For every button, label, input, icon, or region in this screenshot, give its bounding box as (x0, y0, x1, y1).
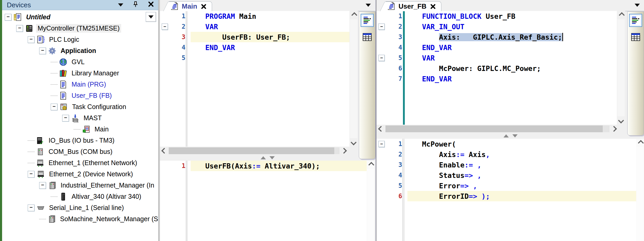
close-icon[interactable] (148, 1, 154, 9)
project-combo-button[interactable] (146, 12, 156, 22)
collapse-minus-icon[interactable]: − (39, 182, 46, 189)
panel-dropdown-icon[interactable] (118, 3, 123, 7)
main-editor-splitter[interactable] (160, 155, 376, 161)
scrollbar-track[interactable] (367, 169, 374, 241)
scroll-right-icon[interactable] (610, 127, 618, 131)
code-line[interactable]: 1PROGRAM Main (160, 11, 349, 21)
code-text[interactable]: Error=> , (407, 180, 636, 191)
fold-minus-icon[interactable]: − (378, 23, 385, 30)
text-view-button[interactable] (629, 14, 642, 27)
code-text[interactable]: McPower( (407, 139, 636, 149)
code-line[interactable]: 6 ErrorID=> ); (377, 191, 636, 201)
tabular-view-button[interactable] (629, 31, 642, 44)
scrollbar-track[interactable] (617, 19, 625, 116)
scroll-up-icon[interactable] (636, 139, 644, 147)
scroll-left-icon[interactable] (377, 127, 385, 131)
code-line[interactable]: −1McPower( (377, 139, 636, 149)
scroll-up-icon[interactable] (349, 11, 358, 19)
tree-item-industrial-ethernet-manager-in[interactable]: −Industrial_Ethernet_Manager (In (2, 180, 158, 191)
tree-item-ethernet-2-device-network[interactable]: −Ethernet_2 (Device Network) (2, 168, 158, 180)
scroll-right-icon[interactable] (339, 149, 348, 153)
code-line[interactable]: 3 UserFB: User_FB; (160, 32, 349, 42)
scrollbar-thumb[interactable] (169, 147, 334, 154)
collapse-minus-icon[interactable]: − (5, 14, 11, 21)
splitter-down-icon[interactable] (512, 134, 518, 137)
tree-item-ethernet-1-ethernet-network[interactable]: Ethernet_1 (Ethernet Network) (2, 157, 158, 168)
code-line[interactable]: 6 McPower: GIPLC.MC_Power; (377, 63, 617, 74)
code-text[interactable]: Enable:= , (407, 160, 636, 170)
tree-item-mycontroller-tm251mese[interactable]: −MyController (TM251MESE) (2, 23, 158, 34)
tab-list-dropdown-icon[interactable] (366, 4, 371, 7)
code-text[interactable]: VAR (191, 21, 349, 32)
collapse-minus-icon[interactable]: − (51, 104, 57, 110)
code-text[interactable]: VAR (407, 53, 617, 63)
tree-item-somachine-network-manager-s[interactable]: SoMachine_Network_Manager (S (2, 213, 158, 225)
code-line[interactable]: −2VAR_IN_OUT (377, 21, 617, 32)
collapse-minus-icon[interactable]: − (62, 115, 69, 122)
code-line[interactable]: 3 Axis: GIPLC.Axis_Ref_Basic; (377, 32, 617, 42)
tab-user-fb[interactable]: User_FB (386, 1, 441, 11)
collapse-minus-icon[interactable]: − (28, 36, 34, 43)
code-text[interactable]: UserFB(Axis:= Altivar_340); (191, 161, 367, 171)
splitter-up-icon[interactable] (261, 156, 266, 159)
code-text[interactable]: Status=> , (407, 170, 636, 180)
tree-item-main-prg[interactable]: Main (PRG) (2, 79, 158, 90)
collapse-minus-icon[interactable]: − (28, 171, 34, 178)
tree-item-untitled[interactable]: −Untitled (2, 11, 158, 23)
ufb-body-vscrollbar[interactable] (636, 139, 644, 241)
code-text[interactable]: McPower: GIPLC.MC_Power; (407, 63, 617, 74)
code-line[interactable]: 3 Enable:= , (377, 160, 636, 170)
scroll-up-icon[interactable] (617, 11, 625, 19)
code-text[interactable]: PROGRAM Main (191, 11, 349, 21)
scroll-down-icon[interactable] (349, 138, 358, 147)
code-text[interactable] (191, 53, 349, 63)
scroll-up-icon[interactable] (367, 161, 374, 169)
scrollbar-track[interactable] (350, 19, 357, 138)
tab-list-dropdown-icon[interactable] (635, 4, 640, 7)
main-declaration-vscrollbar[interactable] (349, 11, 358, 147)
collapse-minus-icon[interactable]: − (39, 47, 46, 54)
pin-icon[interactable] (132, 1, 139, 9)
fold-minus-icon[interactable]: − (378, 141, 385, 147)
scroll-left-icon[interactable] (160, 149, 169, 153)
code-line[interactable]: 2 Axis:= Axis, (377, 149, 636, 160)
main-body-editor[interactable]: 1UserFB(Axis:= Altivar_340); (160, 161, 367, 241)
tree-item-mast[interactable]: −MAST (2, 112, 158, 124)
close-tab-icon[interactable] (430, 4, 436, 9)
main-body-vscrollbar[interactable] (367, 161, 374, 241)
code-text[interactable]: Axis:= Axis, (407, 149, 636, 160)
code-text[interactable]: END_VAR (407, 74, 617, 84)
fold-minus-icon[interactable]: − (378, 55, 385, 61)
main-declaration-editor[interactable]: 1PROGRAM Main−2VAR3 UserFB: User_FB;4END… (160, 11, 349, 147)
code-text[interactable]: END_VAR (407, 42, 617, 53)
ufb-editor-splitter[interactable] (377, 133, 644, 139)
code-text[interactable]: END_VAR (191, 42, 349, 53)
code-line[interactable]: 7END_VAR (377, 74, 617, 84)
code-line[interactable]: −5VAR (377, 53, 617, 63)
tabular-view-button[interactable] (361, 31, 374, 44)
code-text[interactable]: UserFB: User_FB; (191, 32, 349, 42)
main-hscrollbar[interactable] (160, 147, 348, 155)
tree-item-plc-logic[interactable]: −PLC Logic (2, 34, 158, 45)
splitter-down-icon[interactable] (270, 156, 275, 159)
code-line[interactable]: 4END_VAR (160, 42, 349, 53)
tree-item-user-fb-fb[interactable]: User_FB (FB) (2, 90, 158, 101)
code-line[interactable]: 1UserFB(Axis:= Altivar_340); (160, 161, 367, 171)
collapse-minus-icon[interactable]: − (16, 25, 23, 32)
tree-item-serial-line-1-serial-line[interactable]: −Serial_Line_1 (Serial line) (2, 202, 158, 213)
ufb-declaration-editor[interactable]: 1FUNCTION_BLOCK User_FB−2VAR_IN_OUT3 Axi… (377, 11, 617, 125)
ufb-body-editor[interactable]: −1McPower(2 Axis:= Axis,3 Enable:= ,4 St… (377, 139, 636, 241)
ufb-declaration-vscrollbar[interactable] (617, 11, 625, 125)
scrollbar-track[interactable] (637, 147, 643, 241)
collapse-minus-icon[interactable]: − (28, 204, 34, 211)
code-line[interactable]: 1FUNCTION_BLOCK User_FB (377, 11, 617, 21)
ufb-hscrollbar[interactable] (377, 125, 618, 133)
tab-main[interactable]: Main (169, 1, 212, 11)
tree-item-io-bus-io-bus-tm3[interactable]: IO_Bus (IO bus - TM3) (2, 135, 158, 146)
fold-minus-icon[interactable]: − (162, 23, 168, 30)
code-line[interactable]: 4END_VAR (377, 42, 617, 53)
code-text[interactable]: ErrorID=> ); (407, 191, 636, 201)
tree-item-com-bus-com-bus[interactable]: COM_Bus (COM bus) (2, 146, 158, 157)
close-tab-icon[interactable] (201, 4, 207, 9)
tree-item-main[interactable]: Main (2, 124, 158, 135)
